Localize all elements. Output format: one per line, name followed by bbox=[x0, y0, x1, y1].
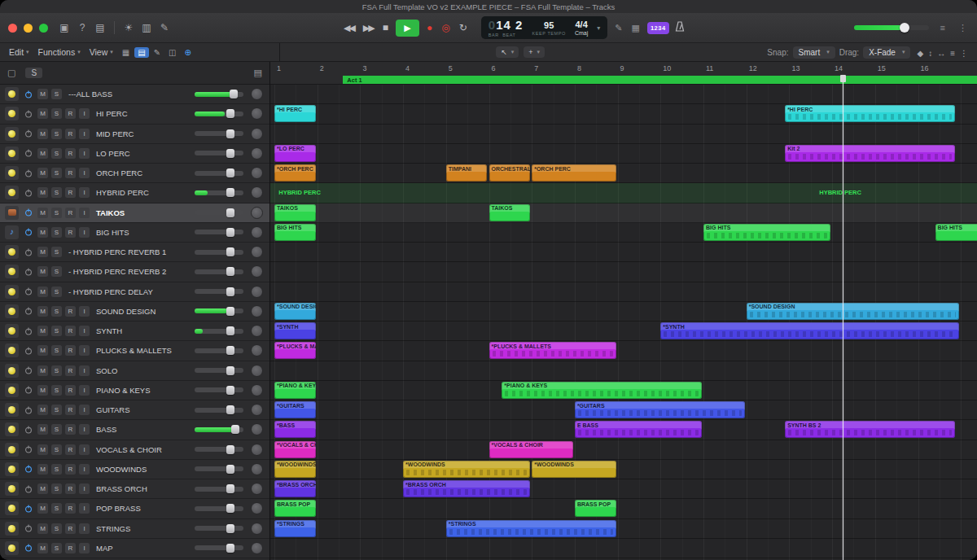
track-lane-big-hits[interactable] bbox=[270, 223, 977, 243]
drag-dropdown[interactable]: X-Fade ▾ bbox=[863, 46, 910, 59]
region-vocals-choir[interactable]: *VOCALS & CHOIR bbox=[274, 441, 316, 458]
mute-button[interactable]: M bbox=[37, 523, 48, 534]
region-orch-perc[interactable]: *ORCH PERC bbox=[532, 164, 616, 182]
panel-options-icon[interactable]: ▤ bbox=[254, 68, 262, 78]
input-monitor-button[interactable]: I bbox=[79, 187, 90, 198]
mute-button[interactable]: M bbox=[37, 365, 48, 376]
track-row-hybrid-perc-reverb-2[interactable]: MS- HYBRID PERC REVERB 2 bbox=[0, 262, 269, 282]
input-monitor-button[interactable]: I bbox=[79, 543, 90, 553]
input-monitor-button[interactable]: I bbox=[79, 108, 90, 119]
region-lo-perc[interactable]: *LO PERC bbox=[274, 145, 316, 162]
list-icon[interactable]: ≡ bbox=[948, 49, 957, 58]
track-row-all-bass[interactable]: MS---ALL BASS bbox=[0, 85, 269, 104]
power-button[interactable] bbox=[22, 225, 34, 239]
input-monitor-button[interactable]: I bbox=[79, 326, 90, 336]
editors-icon[interactable]: ✎ bbox=[156, 22, 173, 33]
pan-knob[interactable] bbox=[251, 463, 263, 475]
region-taikos[interactable]: TAIKOS bbox=[489, 204, 531, 221]
volume-thumb[interactable] bbox=[226, 208, 234, 217]
playhead-handle[interactable] bbox=[840, 75, 846, 82]
region-big-hits[interactable]: BIG HITS bbox=[703, 224, 830, 241]
region-piano-keys[interactable]: *PIANO & KEYS bbox=[502, 382, 702, 399]
region-orchestral[interactable]: ORCHESTRAL bbox=[489, 164, 531, 182]
power-button[interactable] bbox=[22, 422, 34, 437]
region-woodwinds[interactable]: *WOODWINDS bbox=[274, 461, 316, 478]
record-enable-button[interactable]: R bbox=[65, 187, 76, 198]
volume-thumb[interactable] bbox=[226, 405, 234, 414]
record-enable-button[interactable]: R bbox=[65, 148, 76, 159]
pattern-icon[interactable]: ▦ bbox=[630, 23, 642, 33]
region-bass[interactable]: *BASS bbox=[274, 421, 316, 438]
input-monitor-button[interactable]: I bbox=[79, 405, 90, 415]
volume-thumb[interactable] bbox=[226, 445, 234, 454]
volume-thumb[interactable] bbox=[226, 228, 234, 237]
volume-slider[interactable] bbox=[195, 329, 243, 334]
volume-slider[interactable] bbox=[195, 408, 243, 413]
mute-button[interactable]: M bbox=[37, 287, 48, 297]
record-enable-button[interactable]: R bbox=[65, 385, 76, 396]
pan-knob[interactable] bbox=[251, 305, 263, 317]
region-orch-perc[interactable]: *ORCH PERC bbox=[274, 164, 316, 182]
volume-slider[interactable] bbox=[195, 250, 243, 255]
track-lane-vocals-choir[interactable] bbox=[270, 440, 977, 460]
mute-button[interactable]: M bbox=[37, 266, 48, 277]
power-button[interactable] bbox=[22, 442, 34, 457]
power-button[interactable] bbox=[22, 482, 34, 497]
mute-button[interactable]: M bbox=[37, 503, 48, 514]
workspace-icon[interactable]: ▣ bbox=[56, 22, 72, 33]
pan-knob[interactable] bbox=[251, 542, 263, 554]
region-big-hits[interactable]: BIG HITS bbox=[935, 224, 977, 241]
region-woodwinds[interactable]: *WOODWINDS bbox=[532, 461, 616, 478]
region-hi-perc[interactable]: *HI PERC bbox=[274, 105, 316, 122]
mute-button[interactable]: M bbox=[37, 89, 48, 99]
mute-button[interactable]: M bbox=[37, 385, 48, 396]
catch-playhead-icon[interactable]: ⊕ bbox=[182, 47, 195, 58]
record-enable-button[interactable]: R bbox=[65, 523, 76, 534]
region-guitars[interactable]: *GUITARS bbox=[274, 401, 316, 418]
track-row-hybrid-perc-reverb-1[interactable]: MS- HYBRID PERC REVERB 1 bbox=[0, 243, 269, 262]
input-monitor-button[interactable]: I bbox=[79, 424, 90, 435]
record-enable-button[interactable]: R bbox=[65, 365, 76, 376]
volume-thumb[interactable] bbox=[226, 287, 234, 296]
pan-knob[interactable] bbox=[251, 365, 263, 377]
track-lane-taikos[interactable] bbox=[270, 203, 977, 223]
pan-knob[interactable] bbox=[251, 325, 263, 337]
solo-button[interactable]: S bbox=[51, 543, 62, 553]
volume-slider[interactable] bbox=[195, 210, 243, 215]
record-enable-button[interactable]: R bbox=[65, 227, 76, 238]
stop-button[interactable]: ■ bbox=[381, 21, 390, 34]
volume-thumb[interactable] bbox=[226, 267, 234, 276]
volume-thumb[interactable] bbox=[226, 307, 234, 316]
volume-slider[interactable] bbox=[195, 112, 243, 116]
power-button[interactable] bbox=[22, 363, 34, 378]
track-row-hi-perc[interactable]: MSRIHI PERC bbox=[0, 104, 269, 124]
mute-button[interactable]: M bbox=[37, 424, 48, 435]
pan-knob[interactable] bbox=[251, 286, 263, 298]
mute-button[interactable]: M bbox=[37, 168, 48, 178]
pan-knob[interactable] bbox=[251, 523, 263, 535]
pan-knob[interactable] bbox=[251, 502, 263, 514]
track-lane-pop-brass[interactable] bbox=[270, 499, 977, 518]
mute-button[interactable]: M bbox=[37, 483, 48, 494]
lcd-dropdown-icon[interactable]: ▾ bbox=[597, 24, 600, 32]
input-monitor-button[interactable]: I bbox=[79, 503, 90, 514]
volume-thumb[interactable] bbox=[226, 109, 234, 118]
solo-button[interactable]: S bbox=[51, 424, 62, 435]
region-woodwinds[interactable]: *WOODWINDS bbox=[403, 461, 530, 478]
snap-dropdown[interactable]: Smart ▾ bbox=[793, 46, 835, 59]
region-synth[interactable]: *SYNTH bbox=[274, 322, 316, 339]
pan-knob[interactable] bbox=[251, 246, 263, 258]
master-volume-slider[interactable] bbox=[854, 25, 929, 30]
record-enable-button[interactable]: R bbox=[65, 345, 76, 356]
solo-button[interactable]: S bbox=[51, 187, 62, 198]
solo-button[interactable]: S bbox=[51, 405, 62, 415]
region-kit-2[interactable]: Kit 2 bbox=[785, 145, 955, 162]
track-lane-woodwinds[interactable] bbox=[270, 460, 977, 479]
track-row-sound-design[interactable]: MSRISOUND DESIGN bbox=[0, 302, 269, 322]
pan-knob[interactable] bbox=[251, 423, 263, 435]
rewind-button[interactable]: ◀◀ bbox=[342, 22, 356, 34]
record-enable-button[interactable]: R bbox=[65, 108, 76, 119]
track-row-bass[interactable]: MSRIBASS bbox=[0, 420, 269, 440]
playhead[interactable] bbox=[843, 75, 843, 560]
track-lane-solo[interactable] bbox=[270, 361, 977, 381]
